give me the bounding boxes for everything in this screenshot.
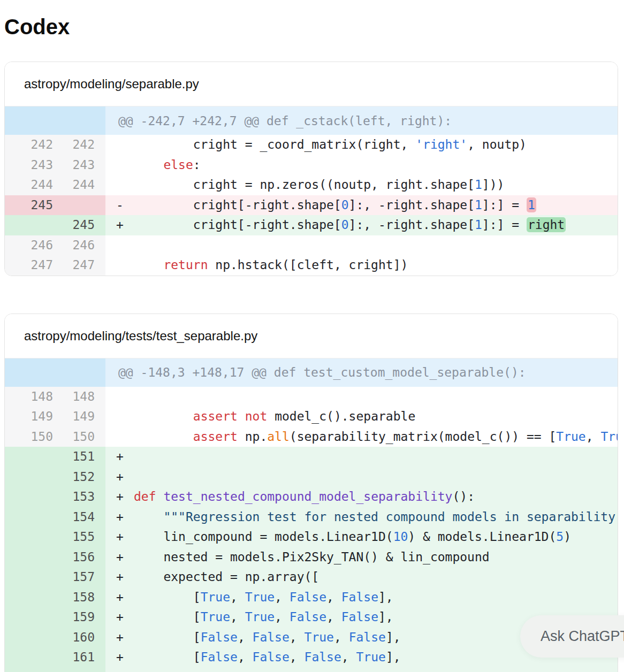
- line-number-new: 156: [57, 547, 105, 568]
- code-token: ,: [230, 590, 245, 604]
- code-line: +: [105, 467, 618, 487]
- line-number-gutter: 151: [5, 447, 105, 467]
- line-number-old: 150: [5, 427, 57, 447]
- code-token: [: [134, 650, 201, 664]
- diff-marker: [116, 427, 134, 447]
- code-token: cright = _coord_matrix(right,: [134, 138, 415, 151]
- line-number-new: 155: [57, 527, 105, 547]
- code-token: ]:] =: [482, 218, 527, 232]
- code-token: expected = np.array([: [134, 570, 319, 584]
- ask-chatgpt-button[interactable]: Ask ChatGPT: [520, 615, 624, 658]
- line-number-old: [5, 628, 57, 648]
- line-number-new: 152: [57, 467, 105, 487]
- line-number-new: 247: [57, 255, 105, 276]
- hunk-gutter: [5, 358, 105, 387]
- code-token: ,: [290, 630, 305, 644]
- line-number-new: 242: [57, 135, 105, 155]
- line-number-gutter: 150150: [5, 427, 105, 447]
- code-token: ]:, -right.shape[: [349, 218, 475, 232]
- code-token: False: [253, 650, 290, 664]
- code-token: 1: [527, 197, 536, 212]
- code-token: np.: [238, 430, 267, 444]
- diff-hunk-header: @@ -148,3 +148,17 @@ def test_custom_mod…: [5, 358, 618, 387]
- code-token: True: [245, 590, 275, 604]
- diff-row: 149149 assert not model_c().separable: [5, 407, 618, 427]
- code-token: ],: [378, 590, 393, 604]
- code-line: [105, 235, 618, 256]
- line-number-old: [5, 467, 57, 487]
- code-token: True: [356, 650, 385, 664]
- line-number-new: 150: [57, 427, 105, 447]
- diff-marker: +: [116, 467, 134, 487]
- diff-marker: +: [116, 527, 134, 547]
- diff-marker: -: [116, 195, 134, 216]
- code-line: else:: [105, 155, 618, 175]
- diff-row: 245+ cright[-right.shape[0]:, -right.sha…: [5, 215, 618, 235]
- diff-row: 148148: [5, 387, 618, 407]
- diff-marker: [116, 175, 134, 195]
- line-number-gutter: 243243: [5, 155, 105, 175]
- code-token: [: [134, 590, 201, 604]
- code-token: 1: [475, 198, 482, 212]
- code-token: ,: [290, 650, 305, 664]
- line-number-new: 159: [57, 607, 105, 628]
- code-line: +: [105, 668, 618, 672]
- code-token: False: [305, 650, 341, 664]
- code-token: ,: [326, 610, 341, 624]
- code-token: ,: [238, 650, 253, 664]
- code-token: ():: [452, 490, 475, 503]
- line-number-new: 153: [57, 487, 105, 507]
- code-token: [: [134, 630, 201, 644]
- line-number-old: [5, 607, 57, 628]
- diff-marker: [116, 255, 134, 276]
- line-number-gutter: 158: [5, 587, 105, 608]
- code-token: False: [201, 650, 238, 664]
- line-number-gutter: 148148: [5, 387, 105, 407]
- file-card: astropy/modeling/tests/test_separable.py…: [4, 314, 618, 672]
- line-number-gutter: 242242: [5, 135, 105, 155]
- diff-marker: [116, 135, 134, 155]
- code-token: [: [134, 610, 201, 624]
- diff-row: 156+ nested = models.Pix2Sky_TAN() & lin…: [5, 547, 618, 568]
- diff-marker: +: [116, 587, 134, 608]
- diff-row: 246246: [5, 235, 618, 256]
- diff-marker: +: [116, 668, 134, 672]
- diff-table: 242242 cright = _coord_matrix(right, 'ri…: [5, 135, 618, 276]
- code-token: 5: [556, 530, 564, 544]
- code-token: ): [564, 530, 571, 544]
- line-number-new: 161: [57, 647, 105, 668]
- diff-row: 157+ expected = np.array([: [5, 567, 618, 587]
- code-token: 0: [341, 218, 349, 232]
- code-token: ,: [238, 630, 253, 644]
- code-token: ])): [482, 178, 505, 192]
- code-token: 'right': [415, 138, 467, 151]
- line-number-old: [5, 447, 57, 467]
- diff-row: 242242 cright = _coord_matrix(right, 'ri…: [5, 135, 618, 155]
- code-token: [134, 510, 163, 524]
- line-number-gutter: 160: [5, 628, 105, 648]
- code-line: [105, 387, 618, 407]
- line-number-gutter: 153: [5, 487, 105, 507]
- diff-row: +: [5, 668, 618, 672]
- line-number-gutter: 247247: [5, 255, 105, 276]
- line-number-old: [5, 567, 57, 587]
- line-number-old: 243: [5, 155, 57, 175]
- code-token: ],: [378, 610, 393, 624]
- hunk-gutter: [5, 106, 105, 135]
- line-number-gutter: 155: [5, 527, 105, 547]
- line-number-gutter: 149149: [5, 407, 105, 427]
- line-number-gutter: 245: [5, 195, 105, 216]
- code-token: [134, 258, 163, 272]
- hunk-header-text: @@ -242,7 +242,7 @@ def _cstack(left, ri…: [105, 106, 618, 135]
- code-line: + cright[-right.shape[0]:, -right.shape[…: [105, 215, 618, 235]
- line-number-new: 149: [57, 407, 105, 427]
- line-number-new: 151: [57, 447, 105, 467]
- code-token: not: [245, 409, 268, 423]
- file-path: astropy/modeling/tests/test_separable.py: [24, 329, 257, 343]
- code-line: +: [105, 447, 618, 467]
- diff-marker: +: [116, 547, 134, 568]
- diff-marker: +: [116, 607, 134, 628]
- diff-marker: [116, 407, 134, 427]
- line-number-old: 244: [5, 175, 57, 195]
- line-number-old: [5, 647, 57, 668]
